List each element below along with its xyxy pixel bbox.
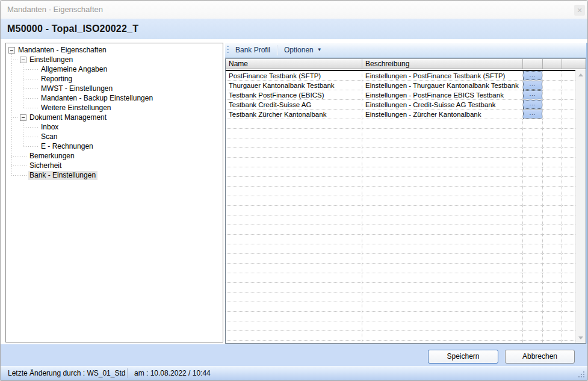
cell-blank (226, 264, 362, 273)
cell-blank (523, 293, 543, 302)
table-row[interactable]: Thurgauer Kantonalbank TestbankEinstellu… (226, 81, 575, 90)
tree-item[interactable]: E - Rechnungen (6, 142, 223, 152)
cell-blank (362, 293, 523, 302)
tree-item[interactable]: Reporting (6, 75, 223, 84)
cell-blank (562, 331, 575, 341)
cell-blank (543, 244, 562, 254)
tree-item[interactable]: Bemerkungen (6, 152, 223, 161)
tree-item[interactable]: Dokument Management (6, 113, 223, 123)
empty-row (226, 264, 575, 273)
cell-blank (562, 158, 575, 167)
tree-item-label: Weitere Einstellungen (40, 104, 113, 113)
cell-blank (523, 119, 543, 129)
table-row[interactable]: Testbank Zürcher KantonalbankEinstellung… (226, 110, 575, 119)
tree-item[interactable]: Mandanten - Eigenschaften (6, 46, 223, 55)
row-edit-button[interactable]: ... (523, 90, 542, 99)
cell-filler (562, 110, 575, 119)
save-button[interactable]: Speichern (428, 350, 498, 364)
tree-item[interactable]: MWST - Einstellungen (6, 84, 223, 94)
resize-grip-icon[interactable] (583, 376, 584, 377)
table-row[interactable]: PostFinance Testbank (SFTP)Einstellungen… (226, 71, 575, 81)
tree-collapse-toggle[interactable] (8, 47, 15, 54)
tree-item[interactable]: Scan (6, 132, 223, 142)
tree-item[interactable]: Sicherheit (6, 161, 223, 171)
toolbar-item-optionen[interactable]: Optionen ▼ (279, 43, 327, 57)
row-edit-button[interactable]: ... (523, 100, 542, 109)
cell-blank (523, 215, 543, 225)
cell-blank (362, 331, 523, 341)
table-row[interactable]: Testbank PostFinance (EBICS)Einstellunge… (226, 90, 575, 100)
tree-item[interactable]: Inbox (6, 123, 223, 132)
close-icon[interactable]: ✕ (574, 5, 585, 16)
cell-blank (543, 100, 562, 110)
cell-blank (543, 215, 562, 225)
cell-blank (523, 167, 543, 177)
cell-blank (543, 196, 562, 206)
cell-blank (226, 196, 362, 206)
tree-connector (23, 64, 23, 108)
scroll-up-button[interactable] (576, 70, 586, 80)
tree-collapse-toggle[interactable] (20, 114, 26, 121)
cell-blank (543, 293, 562, 302)
empty-row (226, 215, 575, 225)
cell-name: Testbank PostFinance (EBICS) (226, 90, 362, 100)
tree-item[interactable]: Bank - Einstellungen (6, 171, 223, 181)
cell-blank (362, 283, 523, 293)
cell-blank (226, 273, 362, 283)
tree-item[interactable]: Mandanten - Backup Einstellungen (6, 94, 223, 104)
cell-blank (523, 244, 543, 254)
cell-blank (562, 196, 575, 206)
tree-collapse-toggle[interactable] (20, 57, 26, 63)
cell-blank (543, 158, 562, 167)
table-row[interactable]: Testbank Credit-Suisse AGEinstellungen -… (226, 100, 575, 110)
cell-blank (523, 283, 543, 293)
cell-blank (562, 138, 575, 148)
cell-blank (523, 321, 543, 331)
cell-blank (362, 264, 523, 273)
cell-blank (562, 302, 575, 312)
cell-blank (362, 138, 523, 148)
row-edit-button[interactable]: ... (523, 81, 542, 90)
empty-row (226, 321, 575, 331)
cell-blank (543, 321, 562, 331)
empty-row (226, 206, 575, 215)
empty-row (226, 235, 575, 244)
table-scrollbar[interactable] (575, 70, 586, 343)
tree-item-label: Bemerkungen (28, 152, 76, 161)
cell-blank (562, 119, 575, 129)
empty-row (226, 283, 575, 293)
tree-connector (23, 69, 39, 70)
column-header-beschreibung[interactable]: Beschreibung (362, 59, 523, 69)
cell-blank (362, 167, 523, 177)
window-title: Mandanten - Eigenschaften (7, 5, 103, 14)
empty-row (226, 177, 575, 187)
tree-connector (11, 117, 19, 118)
cell-blank (226, 158, 362, 167)
tree-connector (23, 88, 39, 89)
status-bar: Letzte Änderung durch : WS_01_Std am : 1… (1, 366, 587, 380)
row-edit-button[interactable]: ... (523, 110, 542, 119)
row-edit-button[interactable]: ... (523, 71, 542, 80)
tree-item-label: Dokument Management (28, 113, 108, 122)
column-header-name[interactable]: Name (226, 59, 362, 69)
cell-blank (523, 273, 543, 283)
tree-item[interactable]: Allgemeine Angaben (6, 65, 223, 75)
empty-row (226, 312, 575, 321)
cell-blank (362, 129, 523, 138)
cell-blank (562, 293, 575, 302)
cell-blank (226, 293, 362, 302)
cell-name: PostFinance Testbank (SFTP) (226, 71, 362, 81)
cancel-button[interactable]: Abbrechen (505, 350, 575, 364)
cell-blank (362, 341, 523, 344)
tree-item[interactable]: Weitere Einstellungen (6, 104, 223, 113)
cell-blank (523, 148, 543, 158)
cell-blank (362, 158, 523, 167)
empty-row (226, 254, 575, 264)
tree-item-label: Bank - Einstellungen (28, 171, 97, 180)
arrow-down-icon (578, 336, 583, 339)
tree-item[interactable]: Einstellungen (6, 55, 223, 65)
cell-blank (362, 235, 523, 244)
toolbar-item-bank-profil[interactable]: Bank Profil (230, 43, 276, 57)
title-bar[interactable]: Mandanten - Eigenschaften ✕ (1, 1, 587, 19)
scroll-down-button[interactable] (576, 333, 586, 343)
